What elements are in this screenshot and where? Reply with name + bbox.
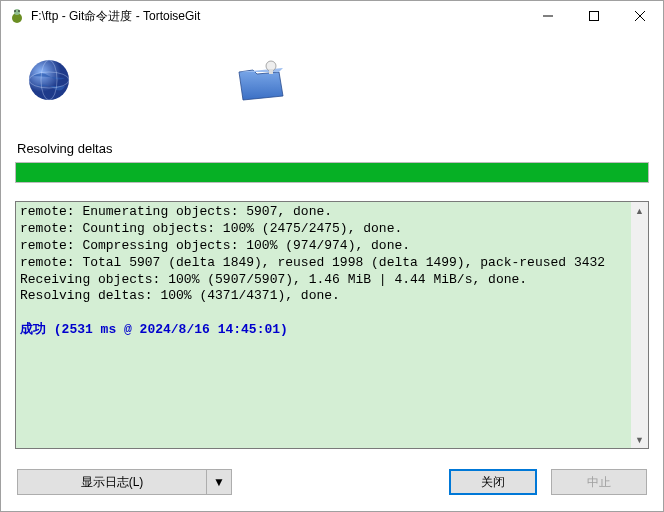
content-area: Resolving deltas remote: Enumerating obj… <box>1 31 663 511</box>
chevron-down-icon: ▼ <box>213 475 225 489</box>
console-output[interactable]: remote: Enumerating objects: 5907, done.… <box>16 202 631 448</box>
maximize-button[interactable] <box>571 1 617 31</box>
scroll-down-icon[interactable]: ▼ <box>631 431 648 448</box>
show-log-dropdown-button[interactable]: ▼ <box>207 469 232 495</box>
globe-icon <box>25 56 73 107</box>
console-scrollbar[interactable]: ▲ ▼ <box>631 202 648 448</box>
close-button[interactable]: 关闭 <box>449 469 537 495</box>
titlebar[interactable]: F:\ftp - Git命令进度 - TortoiseGit <box>1 1 663 31</box>
scroll-up-icon[interactable]: ▲ <box>631 202 648 219</box>
svg-rect-5 <box>590 12 599 21</box>
show-log-button[interactable]: 显示日志(L) <box>17 469 207 495</box>
minimize-button[interactable] <box>525 1 571 31</box>
showlog-group: 显示日志(L) ▼ <box>17 469 232 495</box>
success-line: 成功 (2531 ms @ 2024/8/16 14:45:01) <box>20 322 288 337</box>
app-icon <box>9 8 25 24</box>
window-title: F:\ftp - Git命令进度 - TortoiseGit <box>31 8 525 25</box>
progress-bar <box>15 162 649 183</box>
console-output-wrap: remote: Enumerating objects: 5907, done.… <box>15 201 649 449</box>
button-row: 显示日志(L) ▼ 关闭 中止 <box>15 469 649 499</box>
svg-rect-12 <box>269 69 273 74</box>
window-controls <box>525 1 663 31</box>
folder-transfer-icon <box>233 56 289 107</box>
close-window-button[interactable] <box>617 1 663 31</box>
tortoisegit-progress-window: F:\ftp - Git命令进度 - TortoiseGit <box>0 0 664 512</box>
svg-point-8 <box>29 60 69 100</box>
scroll-track[interactable] <box>631 219 648 431</box>
status-label: Resolving deltas <box>15 141 649 156</box>
svg-point-3 <box>18 10 20 12</box>
svg-point-1 <box>14 9 20 15</box>
right-buttons: 关闭 中止 <box>449 469 647 495</box>
abort-button[interactable]: 中止 <box>551 469 647 495</box>
svg-point-2 <box>14 10 16 12</box>
header-icons <box>15 41 649 121</box>
